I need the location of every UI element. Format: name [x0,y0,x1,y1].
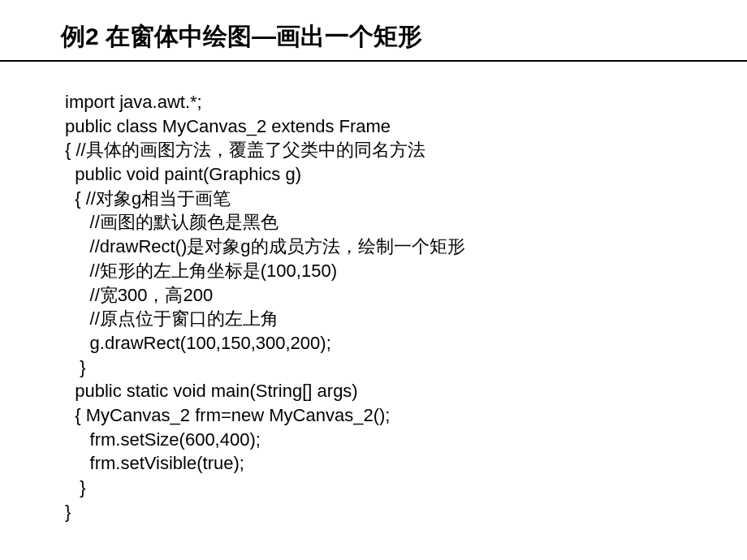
code-line: //宽300，高200 [65,283,747,308]
slide-container: 例2 在窗体中绘图—画出一个矩形 import java.awt.*; publ… [0,0,747,523]
code-line: //矩形的左上角坐标是(100,150) [65,259,747,283]
code-line: public void paint(Graphics g) [65,162,747,187]
slide-title: 例2 在窗体中绘图—画出一个矩形 [61,20,686,54]
code-line: //drawRect()是对象g的成员方法，绘制一个矩形 [65,235,747,259]
title-text: 在窗体中绘图—画出一个矩形 [106,23,422,50]
code-block: import java.awt.*; public class MyCanvas… [0,90,747,523]
code-line: public class MyCanvas_2 extends Frame [65,114,747,139]
code-line: import java.awt.*; [65,90,747,114]
code-line: { //具体的画图方法，覆盖了父类中的同名方法 [65,138,747,162]
code-line: { MyCanvas_2 frm=new MyCanvas_2(); [65,403,747,428]
code-line: public static void main(String[] args) [65,379,747,403]
code-line: g.drawRect(100,150,300,200); [65,331,747,355]
code-line: } [65,355,747,380]
example-number: 例2 [61,23,99,50]
code-line: //画图的默认颜色是黑色 [65,210,747,235]
code-line: } [65,500,747,524]
code-line: frm.setVisible(true); [65,451,747,476]
code-line: //原点位于窗口的左上角 [65,307,747,331]
title-section: 例2 在窗体中绘图—画出一个矩形 [0,20,747,62]
code-line: { //对象g相当于画笔 [65,187,747,211]
code-line: frm.setSize(600,400); [65,428,747,452]
code-line: } [65,476,747,500]
